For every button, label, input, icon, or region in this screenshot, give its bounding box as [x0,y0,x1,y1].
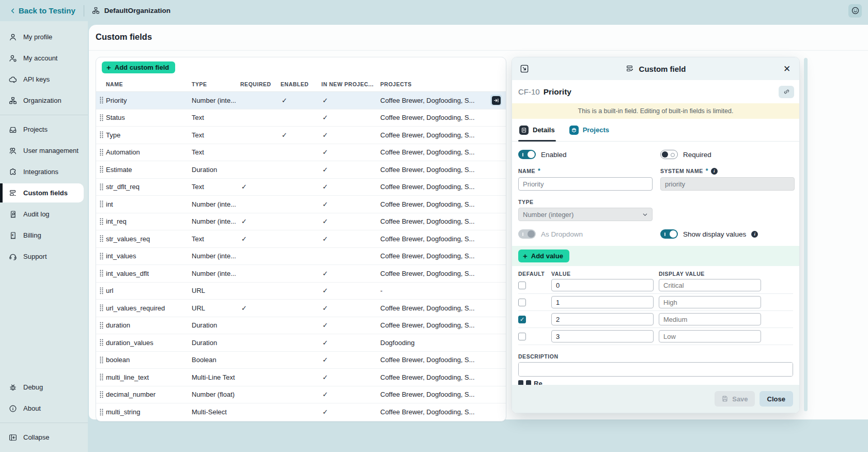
clipped-text-fragment: Re [534,380,542,385]
table-row[interactable]: multi_line_text Multi-Line Text ✓ Coffee… [96,369,506,386]
default-checkbox[interactable]: ✓ [518,316,526,323]
add-custom-field-button[interactable]: + Add custom field [102,61,175,73]
field-type-cell: Number (inte... [192,97,240,104]
value-input[interactable] [551,313,654,325]
close-panel-button[interactable]: ✕ [781,63,793,75]
default-checkbox[interactable] [518,333,526,340]
collapse-label: Collapse [23,433,50,441]
sidebar-item-custom-fields[interactable]: Custom fields [0,183,84,202]
enabled-switch[interactable] [518,150,536,159]
table-row[interactable]: boolean Boolean ✓ Coffee Brewer, Dogfood… [96,352,506,369]
drag-handle-icon[interactable] [99,235,104,243]
enabled-toggle[interactable]: Enabled [518,150,660,159]
table-row[interactable]: int_values_dflt Number (inte... ✓ Coffee… [96,265,506,283]
drag-handle-icon[interactable] [99,304,104,312]
show-display-values-switch[interactable] [660,229,678,239]
table-row[interactable]: Priority Number (inte... ✓ ✓ Coffee Brew… [96,92,506,110]
table-row[interactable]: multi_string Multi-Select ✓ Coffee Brewe… [96,403,506,421]
sidebar-item-about[interactable]: About [0,399,88,418]
tab-details[interactable]: Details [519,119,555,141]
save-button[interactable]: Save [715,391,754,407]
drag-handle-icon[interactable] [99,287,104,295]
display-value-input[interactable] [659,313,761,325]
field-name-cell: Type [106,131,192,139]
sidebar-item-my-profile[interactable]: My profile [0,27,88,46]
back-to-testiny-link[interactable]: Back to Testiny [6,6,79,15]
drag-handle-icon[interactable] [99,252,104,260]
drag-handle-icon[interactable] [99,321,104,330]
drag-handle-icon[interactable] [99,338,104,347]
table-row[interactable]: str_dflt_req Text ✓ ✓ Coffee Brewer, Dog… [96,179,506,196]
drag-handle-icon[interactable] [99,148,104,157]
show-display-values-toggle[interactable]: Show display values i [660,229,793,239]
sidebar-item-integrations[interactable]: Integrations [0,162,88,181]
values-column-value: VALUE [551,271,659,277]
drag-handle-icon[interactable] [99,183,104,191]
value-input[interactable] [551,296,654,308]
drag-handle-icon[interactable] [99,96,104,104]
table-row[interactable]: duration Duration ✓ Coffee Brewer, Dogfo… [96,317,506,335]
table-row[interactable]: Estimate Duration ✓ Coffee Brewer, Dogfo… [96,161,506,179]
feedback-button[interactable] [848,4,862,18]
required-check-cell: ✓ [240,304,281,312]
drag-handle-icon[interactable] [99,356,104,364]
expand-panel-button[interactable] [518,63,531,75]
table-row[interactable]: int_values Number (inte... Coffee Brewer… [96,248,506,266]
enabled-check-cell: ✓ [281,131,321,139]
add-value-button[interactable]: + Add value [518,250,569,262]
field-type-cell: Duration [192,166,240,174]
drag-handle-icon[interactable] [99,373,104,381]
table-row[interactable]: Status Text ✓ Coffee Brewer, Dogfooding,… [96,110,506,127]
open-details-button[interactable] [490,95,502,106]
builtin-field-banner: This is a built-in field. Editing of bui… [512,103,799,119]
in-new-projects-check-cell: ✓ [321,373,380,381]
close-button[interactable]: Close [760,391,793,407]
required-toggle[interactable]: Required [660,150,793,159]
table-row[interactable]: duration_values Duration ✓ Dogfooding [96,334,506,352]
sidebar-item-my-account[interactable]: My account [0,49,88,68]
value-input[interactable] [551,330,654,342]
tab-projects[interactable]: Projects [569,119,609,141]
required-switch[interactable] [660,150,678,159]
sidebar-item-api-keys[interactable]: API keys [0,70,88,89]
table-row[interactable]: decimal_number Number (float) ✓ Coffee B… [96,386,506,404]
sidebar-item-support[interactable]: Support [0,247,88,266]
panel-scrollbar[interactable] [804,58,808,411]
drag-handle-icon[interactable] [99,408,104,416]
info-icon[interactable]: i [711,168,718,175]
drag-handle-icon[interactable] [99,217,104,226]
display-value-input[interactable] [659,279,761,291]
default-checkbox[interactable] [518,299,526,306]
drag-handle-icon[interactable] [99,269,104,277]
table-row[interactable]: int_req Number (inte... ✓ ✓ Coffee Brewe… [96,213,506,231]
drag-handle-icon[interactable] [99,131,104,139]
table-row[interactable]: Type Text ✓ ✓ Coffee Brewer, Dogfooding,… [96,127,506,144]
name-input[interactable] [518,177,653,191]
table-row[interactable]: int Number (inte... ✓ Coffee Brewer, Dog… [96,196,506,213]
description-textarea[interactable] [518,362,793,377]
default-checkbox[interactable] [518,282,526,289]
in-new-projects-check-cell: ✓ [321,321,380,329]
table-row[interactable]: url_values_required URL ✓ ✓ Coffee Brewe… [96,300,506,317]
table-row[interactable]: str_values_req Text ✓ ✓ Coffee Brewer, D… [96,230,506,248]
sidebar-item-debug[interactable]: Debug [0,378,88,397]
type-select[interactable] [518,208,653,221]
organization-switcher[interactable]: DefaultOrganization [91,6,171,15]
value-input[interactable] [551,279,654,291]
sidebar-item-audit-log[interactable]: Audit log [0,205,88,224]
drag-handle-icon[interactable] [99,114,104,122]
copy-link-button[interactable] [779,86,794,98]
drag-handle-icon[interactable] [99,200,104,208]
sidebar-item-projects[interactable]: Projects [0,120,88,139]
display-value-input[interactable] [659,296,761,308]
sidebar-item-user-management[interactable]: User management [0,141,88,160]
display-value-input[interactable] [659,330,761,342]
sidebar-item-billing[interactable]: € Billing [0,226,88,245]
drag-handle-icon[interactable] [99,165,104,174]
sidebar-item-organization[interactable]: Organization [0,91,88,110]
table-row[interactable]: Automation Text ✓ Coffee Brewer, Dogfood… [96,144,506,162]
sidebar-collapse-button[interactable]: Collapse [0,428,88,447]
table-row[interactable]: url URL ✓ - [96,283,506,300]
info-icon[interactable]: i [751,231,758,238]
drag-handle-icon[interactable] [99,391,104,399]
